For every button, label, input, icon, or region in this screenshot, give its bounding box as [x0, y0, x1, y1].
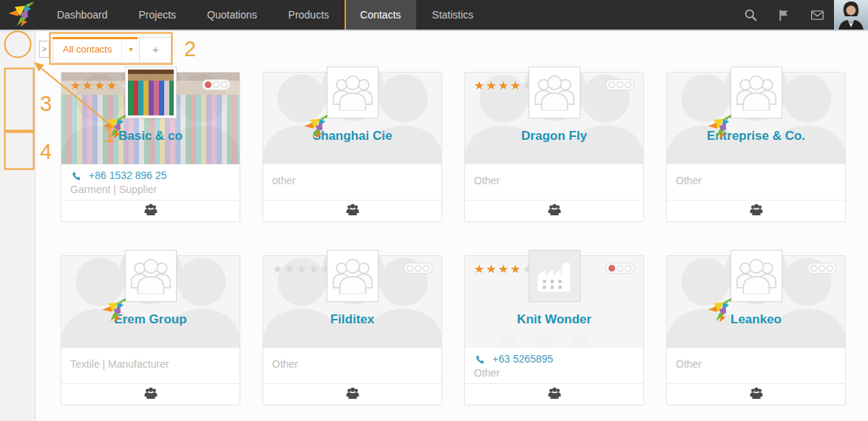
bird-logo-icon — [303, 115, 328, 140]
contact-card[interactable]: ★★★★★Dragon FlyOther — [464, 72, 644, 222]
nav-item-dashboard[interactable]: Dashboard — [41, 0, 123, 30]
star-empty-icon: ★ — [272, 262, 284, 276]
add-tab-button[interactable]: + — [139, 38, 171, 62]
star-filled-icon: ★ — [474, 262, 486, 276]
photo-image — [128, 70, 174, 115]
group-avatar-icon — [730, 67, 782, 118]
card-body: Other — [667, 348, 845, 383]
star-filled-icon: ★ — [82, 78, 94, 92]
nav-item-quotations[interactable]: Quotations — [191, 0, 273, 30]
annotation-label-3: 3 — [40, 92, 52, 116]
contacts-group-icon[interactable] — [750, 387, 763, 402]
chevron-down-icon[interactable]: ▾ — [121, 38, 139, 62]
contact-category: other — [272, 175, 441, 186]
rating-stars: ★★★★★ — [474, 262, 535, 276]
status-dot-red — [608, 265, 615, 272]
contact-card[interactable]: ★★★★★FilditexOther — [262, 255, 442, 405]
card-body: Other — [667, 164, 845, 200]
contacts-grid: ★★★★★Basic & co+86 1532 896 25Garment | … — [61, 72, 846, 405]
contacts-group-icon[interactable] — [548, 387, 561, 402]
phone-icon — [70, 171, 84, 181]
star-filled-icon: ★ — [510, 262, 522, 276]
group-avatar-icon — [327, 250, 379, 302]
rating-stars: ★★★★★ — [272, 262, 333, 276]
contacts-group-icon[interactable] — [144, 387, 157, 402]
status-dot-empty — [415, 265, 421, 272]
contacts-group-icon[interactable] — [144, 203, 157, 218]
star-filled-icon: ★ — [486, 78, 498, 92]
card-footer — [667, 200, 845, 221]
nav-spacer — [489, 0, 734, 30]
contact-card[interactable]: Entreprise & Co.Other — [666, 72, 846, 222]
flag-icon[interactable] — [767, 0, 801, 30]
status-dot-red — [205, 81, 211, 88]
contact-photo-thumbnail — [125, 67, 177, 118]
card-footer — [263, 200, 441, 221]
annotation-label-4: 4 — [40, 140, 52, 164]
card-body: Other — [263, 348, 441, 383]
contact-card[interactable]: Shanghai Cieother — [262, 72, 442, 222]
contact-card[interactable]: LeankeoOther — [666, 255, 846, 405]
rating-stars: ★★★★★ — [474, 78, 535, 92]
contact-category: Other — [676, 358, 845, 370]
contacts-group-icon[interactable] — [346, 203, 359, 218]
bird-logo-icon — [7, 1, 35, 28]
contacts-group-icon[interactable] — [548, 203, 561, 218]
status-dot-empty — [827, 265, 833, 272]
contact-category: Textile | Manufacturer — [70, 358, 240, 370]
factory-avatar-icon — [529, 250, 580, 302]
status-dot-empty — [810, 265, 817, 272]
contact-name: Entreprise & Co. — [667, 129, 845, 144]
contact-name: Dragon Fly — [465, 129, 643, 144]
card-body: other — [263, 164, 441, 200]
status-dots — [202, 79, 231, 90]
phone-number: +86 1532 896 25 — [70, 169, 240, 181]
group-avatar-icon — [730, 250, 782, 302]
bird-logo-icon — [101, 298, 126, 323]
nav-item-statistics[interactable]: Statistics — [416, 0, 489, 30]
left-sidebar — [0, 31, 35, 421]
contact-category: Other — [676, 175, 845, 186]
nav-item-projects[interactable]: Projects — [123, 0, 192, 30]
card-body: +63 5265895Other — [465, 348, 643, 383]
status-dot-empty — [617, 265, 623, 272]
contacts-group-icon[interactable] — [750, 203, 763, 218]
group-avatar-icon — [327, 67, 379, 118]
star-filled-icon: ★ — [70, 78, 82, 92]
status-dot-empty — [423, 265, 430, 272]
nav-item-contacts[interactable]: Contacts — [345, 0, 416, 30]
card-footer — [61, 200, 240, 221]
card-footer — [263, 383, 441, 405]
star-filled-icon: ★ — [486, 262, 498, 276]
status-dot-empty — [625, 81, 631, 88]
group-avatar-icon — [125, 250, 177, 302]
status-dot-empty — [625, 265, 631, 272]
user-avatar[interactable] — [834, 0, 868, 30]
contact-name: Knit Wonder — [465, 312, 643, 327]
star-filled-icon: ★ — [498, 78, 510, 92]
card-footer — [61, 383, 240, 405]
search-icon[interactable] — [734, 0, 767, 30]
contact-card[interactable]: Erem GroupTextile | Manufacturer — [61, 255, 240, 405]
mail-icon[interactable] — [801, 0, 834, 30]
bird-logo-icon — [101, 115, 126, 140]
contact-card[interactable]: ★★★★★Knit Wonder+63 5265895Other — [464, 255, 644, 405]
active-tab-indicator — [52, 37, 138, 39]
contact-filter-tabs: All contacts ▾ + — [52, 37, 172, 63]
tab-all-contacts[interactable]: All contacts — [53, 38, 121, 62]
bird-logo-icon — [707, 298, 732, 323]
contact-name: Basic & co — [61, 129, 240, 144]
phone-icon — [474, 354, 488, 364]
contact-category: Other — [474, 175, 643, 186]
bird-logo-icon — [707, 115, 732, 140]
card-body: Other — [465, 164, 643, 200]
star-filled-icon: ★ — [106, 78, 118, 92]
nav-item-products[interactable]: Products — [273, 0, 345, 30]
status-dots — [606, 263, 634, 274]
annotation-label-2: 2 — [184, 37, 196, 61]
collapse-sidebar-button[interactable]: > — [39, 41, 50, 58]
contacts-group-icon[interactable] — [346, 387, 359, 402]
card-body: +86 1532 896 25Garment | Supplier — [61, 164, 240, 200]
contact-card[interactable]: ★★★★★Basic & co+86 1532 896 25Garment | … — [61, 72, 240, 222]
app-logo[interactable] — [0, 0, 41, 30]
